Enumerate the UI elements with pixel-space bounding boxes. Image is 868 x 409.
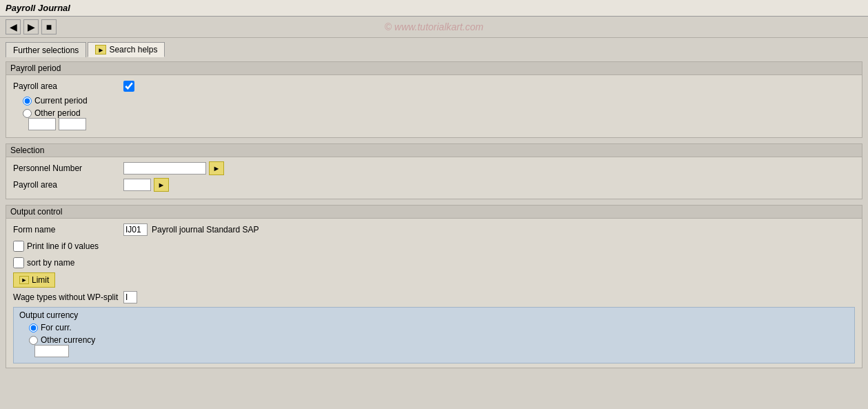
sort-by-name-label: sort by name [27, 258, 74, 268]
payroll-area-row: Payroll area [13, 79, 855, 93]
print-line-label: Print line if 0 values [27, 241, 99, 251]
payroll-period-header: Payroll period [6, 62, 862, 75]
print-line-row: Print line if 0 values [13, 239, 855, 253]
for-curr-radio[interactable] [29, 323, 38, 332]
form-name-row: Form name IJ01 Payroll journal Standard … [13, 223, 855, 237]
main-content: Payroll period Payroll area Current peri… [0, 57, 868, 378]
other-currency-radio[interactable] [29, 336, 38, 345]
other-currency-row: Other currency [19, 335, 849, 357]
limit-label: Limit [32, 275, 49, 285]
other-period-inputs [28, 118, 855, 130]
output-control-body: Form name IJ01 Payroll journal Standard … [6, 219, 862, 368]
sort-by-name-row: sort by name [13, 256, 855, 270]
personnel-number-input[interactable] [123, 162, 206, 174]
page-title: Payroll Journal [6, 3, 70, 13]
forward-icon[interactable]: ▶ [23, 19, 39, 34]
form-name-label: Form name [13, 225, 123, 235]
period-input-1[interactable] [28, 118, 56, 130]
period-input-2[interactable] [59, 118, 86, 130]
search-helps-label: Search helps [109, 45, 157, 54]
payroll-area-nav-button[interactable]: ► [154, 178, 169, 192]
output-control-header: Output control [6, 206, 862, 219]
toolbar-icons: ◀ ▶ ■ [6, 19, 57, 34]
current-period-radio[interactable] [23, 97, 32, 106]
wage-types-row: Wage types without WP-split I [13, 290, 855, 304]
for-curr-row: For curr. [19, 323, 849, 332]
selection-payroll-area-row: Payroll area ► [13, 178, 855, 192]
other-period-radio[interactable] [23, 109, 32, 118]
watermark: © www.tutorialkart.com [385, 21, 483, 32]
limit-button[interactable]: ► Limit [13, 272, 55, 288]
form-description: Payroll journal Standard SAP [152, 225, 259, 235]
back-icon[interactable]: ◀ [6, 19, 21, 34]
selection-payroll-area-input[interactable] [123, 179, 151, 191]
payroll-period-body: Payroll area Current period Other period [6, 75, 862, 137]
current-period-label[interactable]: Current period [23, 96, 855, 106]
personnel-number-row: Personnel Number ► [13, 161, 855, 175]
sort-by-name-checkbox[interactable] [13, 257, 24, 268]
other-currency-input[interactable] [34, 345, 69, 357]
for-curr-label[interactable]: For curr. [29, 323, 849, 332]
limit-arrow-icon: ► [19, 276, 29, 284]
selection-body: Personnel Number ► Payroll area ► [6, 157, 862, 199]
save-icon[interactable]: ■ [41, 19, 57, 34]
current-period-row: Current period [13, 96, 855, 106]
print-line-checkbox[interactable] [13, 241, 24, 252]
other-period-label[interactable]: Other period [23, 108, 855, 118]
personnel-number-label: Personnel Number [13, 163, 123, 173]
tab-search-helps[interactable]: ► Search helps [88, 42, 165, 57]
output-currency-header: Output currency [19, 310, 849, 320]
selection-payroll-area-label: Payroll area [13, 180, 123, 190]
toolbar: ◀ ▶ ■ © www.tutorialkart.com [0, 17, 868, 38]
other-period-row: Other period [13, 108, 855, 130]
payroll-period-section: Payroll period Payroll area Current peri… [6, 61, 862, 138]
limit-row: ► Limit [13, 272, 855, 288]
tab-arrow-icon: ► [95, 45, 106, 54]
payroll-area-checkbox[interactable] [123, 81, 134, 92]
output-currency-section: Output currency For curr. Other currency [13, 307, 855, 363]
output-control-section: Output control Form name IJ01 Payroll jo… [6, 205, 862, 368]
wage-types-value: I [123, 291, 137, 303]
tab-bar: Further selections ► Search helps [0, 38, 868, 57]
tab-further-selections[interactable]: Further selections [6, 42, 86, 57]
form-name-value: IJ01 [123, 223, 148, 236]
selection-section: Selection Personnel Number ► Payroll are… [6, 143, 862, 199]
title-bar: Payroll Journal [0, 0, 868, 17]
selection-header: Selection [6, 144, 862, 157]
personnel-nav-button[interactable]: ► [209, 161, 224, 175]
further-selections-label: Further selections [13, 46, 79, 55]
payroll-area-label: Payroll area [13, 81, 123, 91]
other-currency-label[interactable]: Other currency [29, 335, 849, 345]
wage-types-label: Wage types without WP-split [13, 292, 123, 302]
